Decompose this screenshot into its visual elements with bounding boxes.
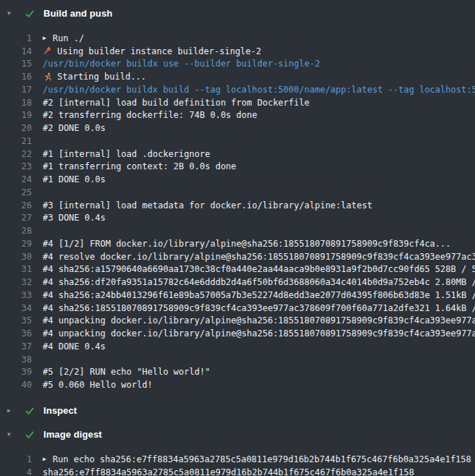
line-number[interactable]: 32	[0, 277, 32, 287]
log-text: #4 resolve docker.io/library/alpine@sha2…	[43, 252, 475, 262]
log-line: 18#2 [internal] load build definition fr…	[0, 96, 475, 109]
log-text: sha256:e7ff8834a5963a2785c5a0811e979d16b…	[43, 467, 414, 476]
log-text: Run echo sha256:e7ff8834a5963a2785c5a081…	[53, 454, 471, 464]
line-number[interactable]: 37	[0, 341, 32, 352]
line-number[interactable]: 30	[0, 252, 32, 262]
line-number[interactable]: 14	[0, 46, 32, 56]
log-text: #4 sha256:a24bb4013296f61e89ba57005a7b3e…	[43, 290, 475, 300]
section-label: Build and push	[43, 8, 112, 19]
log-line: 37#4 DONE 0.4s	[0, 340, 475, 353]
log-line: 35#4 unpacking docker.io/library/alpine@…	[0, 315, 475, 328]
check-icon	[25, 9, 35, 19]
line-number[interactable]: 16	[0, 72, 32, 82]
log-line: 22#1 [internal] load .dockerignore	[0, 148, 475, 161]
log-text: #4 unpacking docker.io/library/alpine@sh…	[43, 315, 475, 326]
line-number[interactable]: 39	[0, 367, 32, 377]
log-line: 19#2 transferring dockerfile: 74B 0.0s d…	[0, 109, 475, 122]
log-line: 34#4 sha256:185518070891758909c9f839cf4c…	[0, 302, 475, 315]
log-text: #1 [internal] load .dockerignore	[43, 149, 210, 159]
line-number[interactable]: 18	[0, 98, 32, 108]
log-line: 16Starting build...	[0, 70, 475, 83]
line-number[interactable]: 34	[0, 303, 32, 313]
log-line: 26#3 [internal] load metadata for docker…	[0, 199, 475, 212]
line-number[interactable]: 26	[0, 200, 32, 211]
log-line: 4sha256:e7ff8834a5963a2785c5a0811e979d16…	[0, 466, 475, 476]
log-line: 27#3 DONE 0.4s	[0, 212, 475, 225]
log-line: 23#1 transferring context: 2B 0.0s done	[0, 161, 475, 174]
check-icon	[25, 430, 35, 440]
log-text: #2 [internal] load build definition from…	[43, 98, 309, 108]
log-text: #3 DONE 0.4s	[43, 213, 106, 223]
log-text: /usr/bin/docker buildx use --builder bui…	[43, 59, 320, 69]
log-line: 32#4 sha256:df20fa9351a15782c64e6dddb2d4…	[0, 276, 475, 289]
log-text: #4 sha256:185518070891758909c9f839cf4ca3…	[43, 303, 475, 313]
log-text: #1 transferring context: 2B 0.0s done	[43, 161, 236, 171]
line-number[interactable]: 28	[0, 226, 32, 236]
line-number[interactable]: 24	[0, 174, 32, 184]
line-number[interactable]: 25	[0, 187, 32, 197]
line-number[interactable]: 1	[0, 454, 32, 464]
log-line: 17/usr/bin/docker buildx build --tag loc…	[0, 83, 475, 96]
section-header-inspect[interactable]: ▶Inspect	[0, 399, 475, 422]
line-number[interactable]: 22	[0, 149, 32, 159]
line-number[interactable]: 33	[0, 290, 32, 300]
log-text: /usr/bin/docker buildx build --tag local…	[43, 85, 475, 95]
line-number[interactable]: 15	[0, 59, 32, 69]
line-number[interactable]: 20	[0, 123, 32, 133]
section-log-lines: 1▶Run echo sha256:e7ff8834a5963a2785c5a0…	[0, 446, 475, 476]
log-line: 21	[0, 135, 475, 148]
log-line: 14Using builder instance builder-single-…	[0, 45, 475, 58]
log-text: #4 unpacking docker.io/library/alpine@sh…	[43, 328, 475, 339]
chevron-down-icon: ▼	[7, 11, 25, 17]
line-number[interactable]: 27	[0, 213, 32, 223]
expander-icon[interactable]: ▶	[43, 35, 46, 41]
log-line: 38	[0, 353, 475, 366]
log-text: #2 transferring dockerfile: 74B 0.0s don…	[43, 110, 257, 120]
log-line: 40#5 0.060 Hello world!	[0, 378, 475, 391]
log-text: Starting build...	[57, 72, 146, 82]
log-line: 15/usr/bin/docker buildx use --builder b…	[0, 58, 475, 71]
log-text: #2 DONE 0.0s	[43, 123, 106, 133]
log-line: 1▶Run echo sha256:e7ff8834a5963a2785c5a0…	[0, 453, 475, 466]
log-text: #1 DONE 0.0s	[43, 174, 106, 184]
log-line: 29#4 [1/2] FROM docker.io/library/alpine…	[0, 237, 475, 250]
log-line: 20#2 DONE 0.0s	[0, 122, 475, 135]
line-number[interactable]: 40	[0, 380, 32, 390]
chevron-right-icon: ▶	[7, 408, 25, 414]
line-number[interactable]: 31	[0, 264, 32, 274]
log-text: #5 [2/2] RUN echo "Hello world!"	[43, 367, 210, 377]
line-number[interactable]: 17	[0, 85, 32, 95]
line-number[interactable]: 1	[0, 33, 32, 43]
line-number[interactable]: 4	[0, 467, 32, 476]
chevron-down-icon: ▼	[7, 432, 25, 438]
log-text: #4 DONE 0.4s	[43, 341, 106, 352]
log-text: Using builder instance builder-single-2	[57, 46, 261, 56]
actions-log-viewer: ▼Build and push1▶Run ./14Using builder i…	[0, 0, 475, 476]
line-number[interactable]: 19	[0, 110, 32, 120]
line-number[interactable]: 23	[0, 161, 32, 171]
log-line: 31#4 sha256:a15790640a6690aa1730c38cf0a4…	[0, 263, 475, 276]
line-number[interactable]: 35	[0, 315, 32, 326]
line-number[interactable]: 29	[0, 239, 32, 249]
log-text: #3 [internal] load metadata for docker.i…	[43, 200, 372, 211]
section-log-lines: 1▶Run ./14Using builder instance builder…	[0, 25, 475, 399]
line-number[interactable]: 38	[0, 354, 32, 365]
log-text: #4 sha256:df20fa9351a15782c64e6dddb2d4a6…	[43, 277, 475, 287]
line-number[interactable]: 21	[0, 136, 32, 146]
log-line: 24#1 DONE 0.0s	[0, 173, 475, 186]
section-label: Inspect	[43, 405, 77, 416]
expander-icon[interactable]: ▶	[43, 456, 46, 462]
log-line: 36#4 unpacking docker.io/library/alpine@…	[0, 327, 475, 340]
runner-icon	[43, 72, 52, 82]
log-line: 39#5 [2/2] RUN echo "Hello world!"	[0, 366, 475, 379]
log-text: #5 0.060 Hello world!	[43, 380, 153, 390]
log-line: 33#4 sha256:a24bb4013296f61e89ba57005a7b…	[0, 289, 475, 302]
log-text: #4 sha256:a15790640a6690aa1730c38cf0a440…	[43, 264, 475, 274]
section-header-image-digest[interactable]: ▼Image digest	[0, 422, 475, 446]
log-text: Run ./	[53, 33, 84, 43]
log-line: 25	[0, 186, 475, 199]
log-line: 28	[0, 224, 475, 237]
pushpin-icon	[43, 46, 52, 56]
line-number[interactable]: 36	[0, 328, 32, 339]
section-header-build-and-push[interactable]: ▼Build and push	[0, 1, 475, 25]
